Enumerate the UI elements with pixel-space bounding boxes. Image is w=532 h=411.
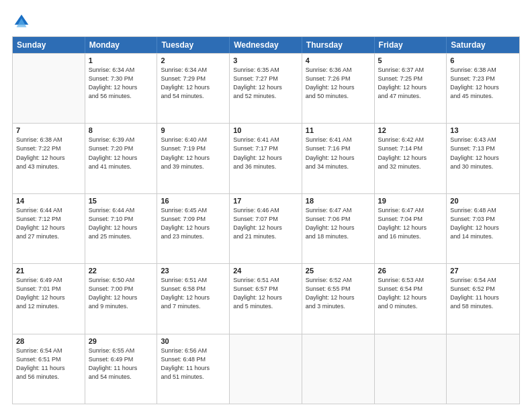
cal-cell: 25Sunrise: 6:52 AM Sunset: 6:55 PM Dayli… <box>302 264 375 333</box>
day-number: 26 <box>378 267 443 275</box>
cal-cell: 9Sunrise: 6:40 AM Sunset: 7:19 PM Daylig… <box>157 124 230 193</box>
logo-icon <box>12 12 31 31</box>
cal-cell: 17Sunrise: 6:46 AM Sunset: 7:07 PM Dayli… <box>230 194 302 263</box>
day-number: 12 <box>378 126 443 134</box>
cell-info: Sunrise: 6:51 AM Sunset: 6:57 PM Dayligh… <box>233 276 298 311</box>
week-row-2: 7Sunrise: 6:38 AM Sunset: 7:22 PM Daylig… <box>13 123 519 193</box>
cal-cell: 26Sunrise: 6:53 AM Sunset: 6:54 PM Dayli… <box>375 264 447 333</box>
cell-info: Sunrise: 6:46 AM Sunset: 7:07 PM Dayligh… <box>233 206 298 241</box>
day-number: 14 <box>16 197 81 205</box>
cell-info: Sunrise: 6:48 AM Sunset: 7:03 PM Dayligh… <box>450 206 516 241</box>
cal-cell: 21Sunrise: 6:49 AM Sunset: 7:01 PM Dayli… <box>13 264 85 333</box>
cell-info: Sunrise: 6:54 AM Sunset: 6:51 PM Dayligh… <box>16 347 81 381</box>
cell-info: Sunrise: 6:47 AM Sunset: 7:04 PM Dayligh… <box>378 206 443 241</box>
cal-cell: 29Sunrise: 6:55 AM Sunset: 6:49 PM Dayli… <box>85 334 158 404</box>
day-number: 23 <box>161 267 226 275</box>
day-number: 21 <box>16 267 81 275</box>
cal-cell: 6Sunrise: 6:38 AM Sunset: 7:23 PM Daylig… <box>447 54 519 123</box>
cal-cell <box>13 54 85 123</box>
cell-info: Sunrise: 6:41 AM Sunset: 7:16 PM Dayligh… <box>306 136 371 171</box>
cell-info: Sunrise: 6:40 AM Sunset: 7:19 PM Dayligh… <box>161 136 226 171</box>
day-number: 19 <box>378 197 443 205</box>
day-number: 18 <box>306 197 371 205</box>
cal-cell <box>230 334 302 404</box>
cell-info: Sunrise: 6:39 AM Sunset: 7:20 PM Dayligh… <box>89 136 154 171</box>
cell-info: Sunrise: 6:44 AM Sunset: 7:10 PM Dayligh… <box>89 206 154 241</box>
day-number: 29 <box>89 337 154 345</box>
logo <box>12 12 34 31</box>
cal-cell: 18Sunrise: 6:47 AM Sunset: 7:06 PM Dayli… <box>302 194 375 263</box>
day-number: 1 <box>89 56 154 64</box>
cal-cell: 11Sunrise: 6:41 AM Sunset: 7:16 PM Dayli… <box>302 124 375 193</box>
week-row-4: 21Sunrise: 6:49 AM Sunset: 7:01 PM Dayli… <box>13 263 519 333</box>
cell-info: Sunrise: 6:54 AM Sunset: 6:52 PM Dayligh… <box>450 276 516 311</box>
cell-info: Sunrise: 6:34 AM Sunset: 7:30 PM Dayligh… <box>89 66 154 101</box>
day-number: 17 <box>233 197 298 205</box>
cal-cell: 24Sunrise: 6:51 AM Sunset: 6:57 PM Dayli… <box>230 264 302 333</box>
cal-cell: 7Sunrise: 6:38 AM Sunset: 7:22 PM Daylig… <box>13 124 85 193</box>
cal-cell: 4Sunrise: 6:36 AM Sunset: 7:26 PM Daylig… <box>302 54 375 123</box>
day-number: 13 <box>450 126 516 134</box>
cal-cell: 10Sunrise: 6:41 AM Sunset: 7:17 PM Dayli… <box>230 124 302 193</box>
cal-cell <box>302 334 375 404</box>
header <box>12 12 520 31</box>
page: SundayMondayTuesdayWednesdayThursdayFrid… <box>0 0 532 411</box>
day-number: 4 <box>306 56 371 64</box>
day-number: 3 <box>233 56 298 64</box>
col-header-tuesday: Tuesday <box>157 37 230 53</box>
day-number: 7 <box>16 126 81 134</box>
cal-cell: 16Sunrise: 6:45 AM Sunset: 7:09 PM Dayli… <box>157 194 230 263</box>
day-number: 22 <box>89 267 154 275</box>
col-header-saturday: Saturday <box>447 37 519 53</box>
col-header-wednesday: Wednesday <box>230 37 302 53</box>
day-number: 16 <box>161 197 226 205</box>
col-header-friday: Friday <box>375 37 447 53</box>
week-row-1: 1Sunrise: 6:34 AM Sunset: 7:30 PM Daylig… <box>13 53 519 123</box>
cell-info: Sunrise: 6:47 AM Sunset: 7:06 PM Dayligh… <box>306 206 371 241</box>
cell-info: Sunrise: 6:55 AM Sunset: 6:49 PM Dayligh… <box>89 347 154 381</box>
cell-info: Sunrise: 6:44 AM Sunset: 7:12 PM Dayligh… <box>16 206 81 241</box>
day-number: 27 <box>450 267 516 275</box>
cal-cell: 23Sunrise: 6:51 AM Sunset: 6:58 PM Dayli… <box>157 264 230 333</box>
day-number: 5 <box>378 56 443 64</box>
cal-cell: 27Sunrise: 6:54 AM Sunset: 6:52 PM Dayli… <box>447 264 519 333</box>
cal-cell <box>375 334 447 404</box>
cell-info: Sunrise: 6:38 AM Sunset: 7:22 PM Dayligh… <box>16 136 81 171</box>
day-number: 6 <box>450 56 516 64</box>
cell-info: Sunrise: 6:42 AM Sunset: 7:14 PM Dayligh… <box>378 136 443 171</box>
cell-info: Sunrise: 6:43 AM Sunset: 7:13 PM Dayligh… <box>450 136 516 171</box>
day-number: 30 <box>161 337 226 345</box>
cal-cell: 2Sunrise: 6:34 AM Sunset: 7:29 PM Daylig… <box>157 54 230 123</box>
day-number: 25 <box>306 267 371 275</box>
day-number: 10 <box>233 126 298 134</box>
day-number: 28 <box>16 337 81 345</box>
cal-cell: 30Sunrise: 6:56 AM Sunset: 6:48 PM Dayli… <box>157 334 230 404</box>
cal-cell: 14Sunrise: 6:44 AM Sunset: 7:12 PM Dayli… <box>13 194 85 263</box>
cell-info: Sunrise: 6:34 AM Sunset: 7:29 PM Dayligh… <box>161 66 226 101</box>
cal-cell: 20Sunrise: 6:48 AM Sunset: 7:03 PM Dayli… <box>447 194 519 263</box>
cell-info: Sunrise: 6:36 AM Sunset: 7:26 PM Dayligh… <box>306 66 371 101</box>
cell-info: Sunrise: 6:53 AM Sunset: 6:54 PM Dayligh… <box>378 276 443 311</box>
day-number: 24 <box>233 267 298 275</box>
cell-info: Sunrise: 6:37 AM Sunset: 7:25 PM Dayligh… <box>378 66 443 101</box>
calendar-body: 1Sunrise: 6:34 AM Sunset: 7:30 PM Daylig… <box>13 53 519 404</box>
cell-info: Sunrise: 6:50 AM Sunset: 7:00 PM Dayligh… <box>89 276 154 311</box>
cal-cell: 13Sunrise: 6:43 AM Sunset: 7:13 PM Dayli… <box>447 124 519 193</box>
cal-cell: 22Sunrise: 6:50 AM Sunset: 7:00 PM Dayli… <box>85 264 158 333</box>
day-number: 20 <box>450 197 516 205</box>
cell-info: Sunrise: 6:41 AM Sunset: 7:17 PM Dayligh… <box>233 136 298 171</box>
cal-cell: 12Sunrise: 6:42 AM Sunset: 7:14 PM Dayli… <box>375 124 447 193</box>
day-number: 8 <box>89 126 154 134</box>
cell-info: Sunrise: 6:45 AM Sunset: 7:09 PM Dayligh… <box>161 206 226 241</box>
cal-cell: 28Sunrise: 6:54 AM Sunset: 6:51 PM Dayli… <box>13 334 85 404</box>
cell-info: Sunrise: 6:56 AM Sunset: 6:48 PM Dayligh… <box>161 347 226 381</box>
cell-info: Sunrise: 6:35 AM Sunset: 7:27 PM Dayligh… <box>233 66 298 101</box>
col-header-sunday: Sunday <box>13 37 85 53</box>
cal-cell: 19Sunrise: 6:47 AM Sunset: 7:04 PM Dayli… <box>375 194 447 263</box>
calendar: SundayMondayTuesdayWednesdayThursdayFrid… <box>12 36 520 404</box>
cal-cell: 15Sunrise: 6:44 AM Sunset: 7:10 PM Dayli… <box>85 194 158 263</box>
week-row-3: 14Sunrise: 6:44 AM Sunset: 7:12 PM Dayli… <box>13 193 519 263</box>
calendar-header: SundayMondayTuesdayWednesdayThursdayFrid… <box>13 37 519 53</box>
cell-info: Sunrise: 6:51 AM Sunset: 6:58 PM Dayligh… <box>161 276 226 311</box>
day-number: 11 <box>306 126 371 134</box>
